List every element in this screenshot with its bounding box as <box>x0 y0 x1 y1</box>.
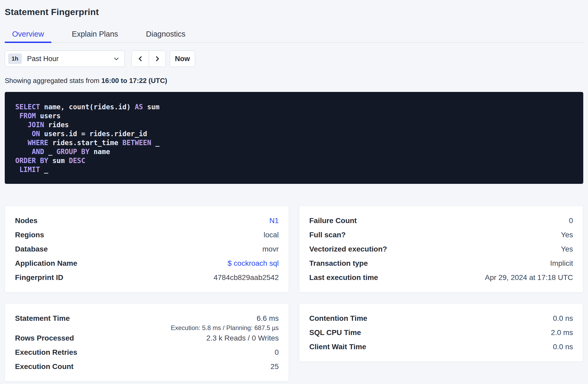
summary-label: Nodes <box>15 214 38 224</box>
summary-label: Application Name <box>15 256 77 267</box>
execution-attributes-card: Failure Count0Full scan?YesVectorized ex… <box>299 206 583 293</box>
summary-label: Vectorized execution? <box>309 242 387 253</box>
next-time-window-button[interactable] <box>149 51 166 67</box>
statement-timing-card: Statement Time6.6 msExecution: 5.8 ms / … <box>5 303 289 382</box>
summary-label: Execution Retries <box>15 345 77 356</box>
summary-value: 0.0 ns <box>553 340 573 351</box>
time-range-badge: 1h <box>8 53 22 64</box>
chevron-down-icon <box>113 56 119 62</box>
summary-label: SQL CPU Time <box>309 326 361 336</box>
wait-time-card: Contention Time0.0 nsSQL CPU Time2.0 msC… <box>299 303 583 362</box>
summary-value: 0.0 ns <box>553 311 573 322</box>
summary-row-application-name: Application Name$ cockroach sql <box>15 256 279 270</box>
aggregated-stats-line: Showing aggregated stats from 16:00 to 1… <box>5 77 583 85</box>
summary-row-contention-time: Contention Time0.0 ns <box>309 311 573 326</box>
time-range-select[interactable]: 1h Past Hour <box>5 51 125 67</box>
summary-label: Database <box>15 242 48 253</box>
summary-value: N1 <box>269 214 279 224</box>
time-window-arrows <box>132 51 166 67</box>
summary-row-database: Databasemovr <box>15 242 279 256</box>
summary-label: Contention Time <box>309 311 367 322</box>
summary-value: movr <box>262 242 279 253</box>
summary-row-failure-count: Failure Count0 <box>309 214 573 228</box>
summary-label: Client Wait Time <box>309 340 366 351</box>
time-range-label: Past Hour <box>27 55 113 63</box>
stats-time-range: 16:00 to 17:22 (UTC) <box>101 77 167 85</box>
summary-row-execution-count: Execution Count25 <box>15 360 279 374</box>
summary-row-rows-processed: Rows Processed2.3 k Reads / 0 Writes <box>15 331 279 345</box>
summary-value: $ cockroach sql <box>227 256 279 267</box>
sql-line-8: LIMIT _ <box>15 165 573 174</box>
summary-row-client-wait-time: Client Wait Time0.0 ns <box>309 340 573 354</box>
summary-row-sql-cpu-time: SQL CPU Time2.0 ms <box>309 326 573 340</box>
summary-value: Yes <box>561 242 573 253</box>
summary-value-detail: Execution: 5.8 ms / Planning: 687.5 µs <box>171 325 279 331</box>
summary-value: 0 <box>275 345 279 356</box>
summary-row-statement-time: Statement Time6.6 msExecution: 5.8 ms / … <box>15 311 279 331</box>
summary-value: Apr 29, 2024 at 17:18 UTC <box>485 270 573 281</box>
statement-details-card: NodesN1RegionslocalDatabasemovrApplicati… <box>5 206 289 293</box>
chevron-right-icon <box>154 56 161 62</box>
summary-value-link[interactable]: $ cockroach sql <box>227 259 279 267</box>
summary-row-vectorized-execution: Vectorized execution?Yes <box>309 242 573 256</box>
summary-cards-grid: NodesN1RegionslocalDatabasemovrApplicati… <box>5 206 583 382</box>
tab-diagnostics[interactable]: Diagnostics <box>139 26 193 43</box>
summary-row-transaction-type: Transaction typeImplicit <box>309 256 573 270</box>
summary-value: 4784cb829aab2542 <box>213 270 279 281</box>
tabs-bar: OverviewExplain PlansDiagnostics <box>5 26 583 43</box>
summary-label: Fingerprint ID <box>15 270 63 281</box>
summary-row-fingerprint-id: Fingerprint ID4784cb829aab2542 <box>15 270 279 285</box>
summary-value-link[interactable]: N1 <box>269 216 279 225</box>
summary-label: Execution Count <box>15 360 73 370</box>
summary-label: Full scan? <box>309 228 346 239</box>
summary-value: 25 <box>271 360 279 370</box>
summary-value: 6.6 msExecution: 5.8 ms / Planning: 687.… <box>171 311 279 331</box>
summary-row-execution-retries: Execution Retries0 <box>15 345 279 360</box>
sql-line-6: AND _ GROUP BY name <box>15 147 573 156</box>
now-button[interactable]: Now <box>170 51 195 67</box>
summary-label: Last execution time <box>309 270 378 281</box>
summary-row-last-execution-time: Last execution timeApr 29, 2024 at 17:18… <box>309 270 573 285</box>
sql-line-1: SELECT name, count(rides.id) AS sum <box>15 102 573 111</box>
summary-row-nodes: NodesN1 <box>15 214 279 228</box>
summary-row-full-scan: Full scan?Yes <box>309 228 573 242</box>
sql-line-4: ON users.id = rides.rider_id <box>15 129 573 138</box>
summary-value: local <box>263 228 279 239</box>
summary-label: Statement Time <box>15 311 70 322</box>
summary-value: 2.3 k Reads / 0 Writes <box>206 331 279 342</box>
summary-label: Failure Count <box>309 214 357 224</box>
summary-label: Regions <box>15 228 44 239</box>
previous-time-window-button[interactable] <box>132 51 149 67</box>
sql-line-7: ORDER BY sum DESC <box>15 156 573 165</box>
tab-overview[interactable]: Overview <box>5 26 51 43</box>
summary-value: Implicit <box>550 256 573 267</box>
stats-line-prefix: Showing aggregated stats from <box>5 77 101 85</box>
summary-label: Transaction type <box>309 256 368 267</box>
sql-line-2: FROM users <box>15 111 573 120</box>
time-toolbar: 1h Past Hour Now <box>5 51 583 67</box>
statement-fingerprint-page: Statement Fingerprint OverviewExplain Pl… <box>0 0 588 382</box>
summary-label: Rows Processed <box>15 331 74 342</box>
sql-line-3: JOIN rides <box>15 120 573 129</box>
summary-value: Yes <box>561 228 573 239</box>
tab-explain-plans[interactable]: Explain Plans <box>64 26 126 43</box>
sql-statement-box: SELECT name, count(rides.id) AS sum FROM… <box>5 92 583 184</box>
page-title: Statement Fingerprint <box>5 7 583 17</box>
chevron-left-icon <box>137 56 143 62</box>
summary-value: 2.0 ms <box>551 326 573 336</box>
summary-row-regions: Regionslocal <box>15 228 279 242</box>
summary-value: 0 <box>569 214 573 224</box>
sql-line-5: WHERE rides.start_time BETWEEN _ <box>15 138 573 147</box>
